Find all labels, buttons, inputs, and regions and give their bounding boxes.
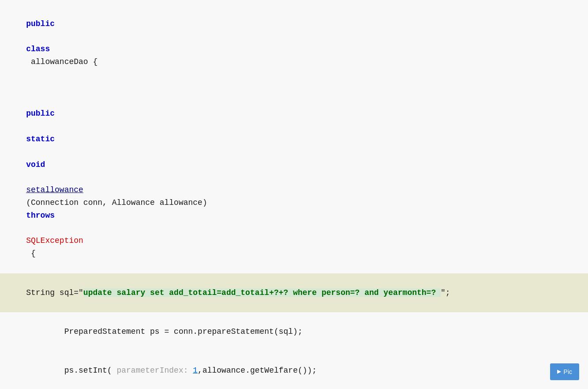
param-hint-1: parameterIndex: bbox=[116, 366, 188, 375]
bottom-icon-label: Pic bbox=[564, 367, 572, 377]
code-line-3: String sql="update salary set add_totail… bbox=[0, 273, 588, 312]
code-line-5: ps.setInt( parameterIndex: 1,allowance.g… bbox=[0, 351, 588, 389]
keyword-class: class bbox=[26, 45, 50, 53]
sql-string-1: update salary set add_totail=add_totail+… bbox=[83, 288, 441, 297]
param-num-1: 1 bbox=[193, 366, 198, 375]
keyword-static: static bbox=[26, 135, 55, 144]
keyword-public: public bbox=[26, 19, 55, 28]
keyword-public2: public bbox=[26, 109, 55, 118]
code-line-1: public class allowanceDao { bbox=[0, 4, 588, 82]
keyword-void: void bbox=[26, 160, 45, 169]
exception-type: SQLException bbox=[26, 236, 83, 245]
method-name: setallowance bbox=[26, 185, 83, 194]
bottom-right-icon[interactable]: Pic bbox=[550, 363, 579, 380]
code-line-4: PreparedStatement ps = conn.prepareState… bbox=[0, 312, 588, 351]
code-line-2: public static void setallowance (Connect… bbox=[0, 82, 588, 273]
keyword-throws: throws bbox=[26, 211, 55, 220]
code-editor: public class allowanceDao { public stati… bbox=[0, 0, 588, 389]
